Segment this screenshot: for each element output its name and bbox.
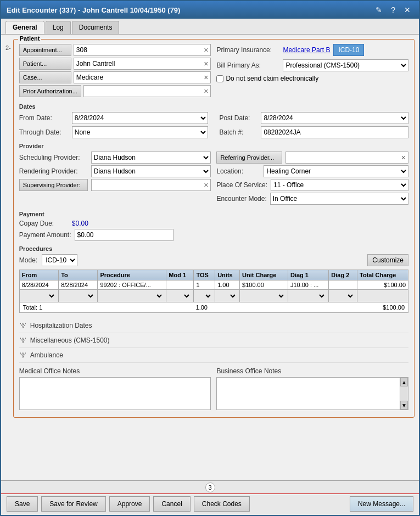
prior-auth-clear-btn[interactable]: × [201,87,210,96]
batch-label: Batch #: [219,128,257,136]
business-notes-textarea[interactable] [216,377,400,410]
help-icon[interactable]: ? [388,4,398,15]
new-row-mod1-select[interactable] [169,291,191,301]
location-select[interactable]: Healing Corner [264,165,408,177]
mode-select[interactable]: ICD-10 [42,254,77,266]
col-diag2: Diag 2 [329,270,357,281]
place-of-service-select[interactable]: 11 - Office [271,179,408,191]
cancel-button[interactable]: Cancel [153,496,190,512]
supervising-provider-input[interactable] [92,180,201,190]
save-button[interactable]: Save [7,496,38,512]
col-total-charge: Total Charge [357,270,408,281]
title-bar-controls: ✎ ? ✕ [373,4,413,15]
business-notes-group: Business Office Notes ▲ ▼ [216,367,408,412]
col-procedure: Procedure [98,270,166,281]
miscellaneous-label: Miscellaneous (CMS-1500) [30,336,110,344]
collapsible-sections: ⩔ Hospitalization Dates ⩔ Miscellaneous … [19,318,408,363]
main-window: Edit Encounter (337) - John Cantrell 10/… [0,0,420,516]
patient-input[interactable]: John Cantrell [74,59,201,69]
new-message-button[interactable]: New Message... [350,496,413,512]
medical-notes-label: Medical Office Notes [19,367,211,375]
col-diag1: Diag 1 [288,270,328,281]
title-bar: Edit Encounter (337) - John Cantrell 10/… [1,1,419,19]
total-label: Total: 1 [23,304,42,311]
table-new-row[interactable] [19,290,408,302]
step-indicator: 3 [1,481,419,493]
new-row-charge-select[interactable] [242,291,285,301]
prior-auth-input[interactable] [84,86,201,96]
encounter-mode-select[interactable]: In Office [270,193,408,205]
supervising-provider-clear-btn[interactable]: × [201,181,210,189]
mode-label: Mode: [19,256,37,264]
referring-provider-button[interactable]: Referring Provider... [216,152,282,164]
through-date-select[interactable]: None [72,126,209,138]
rendering-provider-select[interactable]: Diana Hudson [91,165,211,177]
close-icon[interactable]: ✕ [401,4,413,15]
appointment-clear-btn[interactable]: × [201,46,210,54]
tab-documents[interactable]: Documents [72,21,120,34]
new-row-proc-select[interactable] [100,291,164,301]
scheduling-provider-select[interactable]: Diana Hudson [91,152,211,164]
patient-clear-btn[interactable]: × [201,59,210,68]
hospitalization-dates-section[interactable]: ⩔ Hospitalization Dates [19,318,408,333]
col-tos: TOS [194,270,215,281]
encounter-mode-label: Encounter Mode: [216,195,266,203]
new-row-tos-select[interactable] [196,291,212,301]
ambulance-collapse-icon: ⩔ [19,351,27,360]
referring-provider-clear-btn[interactable]: × [399,153,408,162]
payment-amount-input[interactable]: $0.00 [75,229,173,241]
icd10-button[interactable]: ICD-10 [333,44,364,56]
patient-left-fields: Appointment... 308 × Patient... John Can… [19,44,211,99]
cell-diag2 [329,281,357,290]
case-button[interactable]: Case... [19,71,71,83]
business-notes-label: Business Office Notes [216,367,408,375]
cell-unit-charge: $100.00 [240,281,288,290]
tab-general[interactable]: General [5,21,44,34]
patient-button[interactable]: Patient... [19,58,71,70]
bill-primary-select[interactable]: Professional (CMS-1500) [283,59,408,71]
table-row[interactable]: 8/28/2024 8/28/2024 99202 : OFFICE/... 1… [19,281,408,290]
prior-auth-button[interactable]: Prior Authorization... [19,85,81,97]
no-claim-label: Do not send claim electronically [226,75,318,82]
new-row-to-select[interactable] [61,291,95,301]
payment-amount-label: Payment Amount: [19,231,71,239]
payment-section-label: Payment [19,211,408,217]
business-notes-with-scroll: ▲ ▼ [216,377,408,410]
dates-section-label: Dates [19,103,408,110]
new-row-diag2-select[interactable] [331,291,355,301]
no-claim-checkbox[interactable] [216,75,223,82]
save-review-button[interactable]: Save for Review [41,496,105,512]
cell-to: 8/28/2024 [59,281,98,290]
col-to: To [59,270,98,281]
from-date-select[interactable]: 8/28/2024 [72,112,209,124]
appointment-button[interactable]: Appointment... [19,44,71,56]
check-codes-button[interactable]: Check Codes [194,496,250,512]
through-date-label: Through Date: [19,128,69,136]
case-input[interactable]: Medicare [74,72,201,82]
batch-input[interactable]: 08282024JA [261,126,408,138]
approve-button[interactable]: Approve [109,496,150,512]
edit-icon[interactable]: ✎ [373,4,385,15]
supervising-provider-button[interactable]: Supervising Provider: [19,179,88,191]
primary-insurance-link[interactable]: Medicare Part B [283,46,330,54]
referring-provider-input[interactable] [286,153,399,162]
miscellaneous-section[interactable]: ⩔ Miscellaneous (CMS-1500) [19,333,408,348]
cell-from: 8/28/2024 [19,281,58,290]
scroll-up-btn[interactable]: ▲ [400,378,408,386]
total-row: Total: 1 1.00 $100.00 [19,302,408,313]
customize-button[interactable]: Customize [367,254,408,266]
scheduling-provider-label: Scheduling Provider: [19,154,88,161]
post-date-select[interactable]: 8/28/2024 [261,112,408,124]
appointment-input[interactable]: 308 [74,45,201,55]
scroll-down-btn[interactable]: ▼ [400,401,408,410]
case-clear-btn[interactable]: × [201,73,210,82]
copay-value: $0.00 [72,220,88,227]
new-row-from-select[interactable] [22,291,56,301]
main-content: 2- Patient Appointment... 308 × [1,35,419,480]
tab-log[interactable]: Log [46,21,71,34]
new-row-units-select[interactable] [217,291,237,301]
medical-notes-textarea[interactable] [19,377,211,410]
col-units: Units [215,270,240,281]
new-row-diag1-select[interactable] [290,291,326,301]
ambulance-section[interactable]: ⩔ Ambulance [19,348,408,363]
